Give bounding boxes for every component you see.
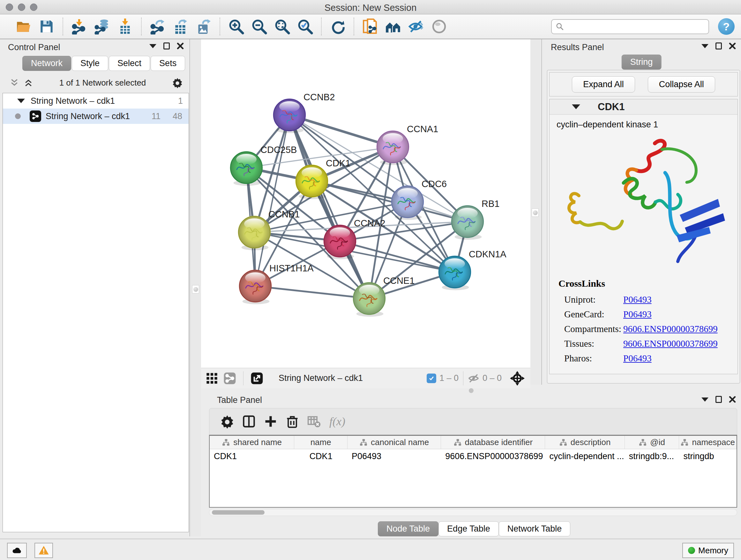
fit-selected-button[interactable] <box>510 371 525 386</box>
show-columns-button[interactable] <box>240 413 258 430</box>
add-column-button[interactable] <box>262 413 280 430</box>
function-builder-button[interactable]: f(x) <box>329 415 345 428</box>
open-session-button[interactable] <box>15 17 32 36</box>
delete-table-button[interactable] <box>305 413 323 430</box>
column-header-description[interactable]: description <box>545 436 624 449</box>
cloud-icon <box>11 545 22 556</box>
column-header-namespace[interactable]: namespace <box>679 436 737 449</box>
gene-detail-scroll[interactable]: CDK1 cyclin–dependent kinase 1 <box>549 99 738 374</box>
column-header-shared-name[interactable]: shared name <box>210 436 294 449</box>
network-node-CCNA2[interactable] <box>324 225 356 259</box>
column-header-canonical-name[interactable]: canonical name <box>347 436 441 449</box>
hide-panels-button[interactable] <box>407 17 425 36</box>
export-network-button[interactable] <box>149 17 166 36</box>
network-overview-button[interactable] <box>223 372 236 385</box>
export-image-button[interactable] <box>195 17 212 36</box>
crosslink-label: Compartments: <box>564 324 623 334</box>
panel-float-menu-icon[interactable] <box>701 44 709 48</box>
tab-sets[interactable]: Sets <box>151 56 185 71</box>
table-row[interactable]: CDK1CDK1P064939606.ENSP00000378699cyclin… <box>210 449 737 463</box>
column-header-database-identifier[interactable]: database identifier <box>441 436 545 449</box>
zoom-out-button[interactable] <box>250 17 268 36</box>
network-node-CDC6[interactable] <box>392 186 423 220</box>
tab-style[interactable]: Style <box>72 56 108 71</box>
collection-expand-icon[interactable] <box>17 99 25 103</box>
expand-all-icon[interactable] <box>23 78 33 87</box>
delete-column-button[interactable] <box>283 413 301 430</box>
panel-float-icon[interactable] <box>163 43 170 50</box>
gene-collapse-icon[interactable] <box>572 105 580 109</box>
gene-header[interactable]: CDK1 <box>549 99 738 115</box>
tab-network-table[interactable]: Network Table <box>499 521 570 537</box>
status-bar: Memory <box>0 539 741 560</box>
table-options-button[interactable] <box>218 413 236 430</box>
cell-namespace: stringdb <box>679 451 737 461</box>
panel-close-icon[interactable] <box>729 396 736 403</box>
crosslink-link[interactable]: P06493 <box>623 309 652 320</box>
right-splitter-handle[interactable] <box>532 208 539 217</box>
column-header-name[interactable]: name <box>294 436 347 449</box>
import-network-from-database-button[interactable] <box>93 17 111 36</box>
crosslink-link[interactable]: P06493 <box>623 294 652 305</box>
panel-close-icon[interactable] <box>729 43 736 50</box>
column-header-@id[interactable]: @id <box>625 436 679 449</box>
clone-network-button[interactable] <box>361 17 379 36</box>
collapse-all-icon[interactable] <box>10 78 19 87</box>
tab-edge-table[interactable]: Edge Table <box>439 521 499 537</box>
horizontal-splitter-handle[interactable] <box>469 388 474 393</box>
network-options-gear-icon[interactable] <box>172 77 183 88</box>
save-session-button[interactable] <box>38 17 56 36</box>
zoom-selected-button[interactable] <box>296 17 314 36</box>
tab-node-table[interactable]: Node Table <box>378 521 439 537</box>
birds-eye-grid-button[interactable] <box>205 372 218 385</box>
help-button[interactable]: ? <box>718 18 735 35</box>
open-in-browser-button[interactable] <box>251 372 263 385</box>
tab-select[interactable]: Select <box>109 56 150 71</box>
panel-close-icon[interactable] <box>177 43 184 50</box>
tab-string[interactable]: String <box>622 55 662 70</box>
record-button[interactable] <box>430 17 448 36</box>
crosslink-link[interactable]: P06493 <box>623 353 652 364</box>
tab-network[interactable]: Network <box>22 56 71 71</box>
memory-button[interactable]: Memory <box>682 543 734 558</box>
panel-float-icon[interactable] <box>716 396 722 403</box>
home-button[interactable] <box>384 17 402 36</box>
network-node-CCNE1[interactable] <box>353 283 385 317</box>
warning-status-button[interactable] <box>35 543 53 558</box>
network-node-CDC25B[interactable] <box>230 152 262 186</box>
zoom-in-button[interactable] <box>227 17 245 36</box>
network-node-HIST1H1A[interactable] <box>239 270 271 304</box>
cell-shared-name: CDK1 <box>210 451 294 461</box>
left-splitter-handle[interactable] <box>192 285 199 294</box>
toolbar-separator <box>219 17 220 36</box>
panel-float-icon[interactable] <box>716 43 722 50</box>
network-node-CDK1[interactable] <box>296 165 328 199</box>
export-table-button[interactable] <box>172 17 190 36</box>
network-canvas[interactable]: CCNB2CCNA1CDC25BCDK1CDC6RB1CCNB1CCNA2CDK… <box>201 39 530 368</box>
network-node-CDKN1A[interactable] <box>439 256 471 290</box>
panel-float-menu-icon[interactable] <box>149 44 156 48</box>
selected-checkbox-icon[interactable] <box>427 374 436 383</box>
collapse-all-button[interactable]: Collapse All <box>648 76 715 92</box>
refresh-view-button[interactable] <box>329 17 347 36</box>
import-network-from-file-button[interactable] <box>70 17 88 36</box>
crosslink-link[interactable]: 9606.ENSP00000378699 <box>623 338 718 349</box>
network-node-CCNB1[interactable] <box>239 216 270 250</box>
cloud-status-button[interactable] <box>7 543 27 558</box>
control-panel-title: Control Panel <box>8 43 60 52</box>
network-collection-row[interactable]: String Network – cdk1 1 <box>3 93 189 109</box>
crosslink-link[interactable]: 9606.ENSP00000378699 <box>623 324 718 334</box>
table-body: CDK1CDK1P064939606.ENSP00000378699cyclin… <box>210 449 737 463</box>
expand-all-button[interactable]: Expand All <box>572 76 635 92</box>
network-node-RB1[interactable] <box>452 206 483 240</box>
node-label-CDK1: CDK1 <box>326 158 350 168</box>
scrollbar-thumb[interactable] <box>212 510 265 515</box>
search-input[interactable] <box>566 22 704 32</box>
crosslink-label: Tissues: <box>564 338 623 349</box>
panel-float-menu-icon[interactable] <box>701 397 709 401</box>
import-table-from-file-button[interactable] <box>116 17 134 36</box>
network-row[interactable]: String Network – cdk1 11 48 <box>3 109 189 124</box>
network-node-CCNA1[interactable] <box>377 131 409 165</box>
table-horizontal-scrollbar[interactable] <box>209 509 737 516</box>
zoom-fit-button[interactable] <box>273 17 291 36</box>
